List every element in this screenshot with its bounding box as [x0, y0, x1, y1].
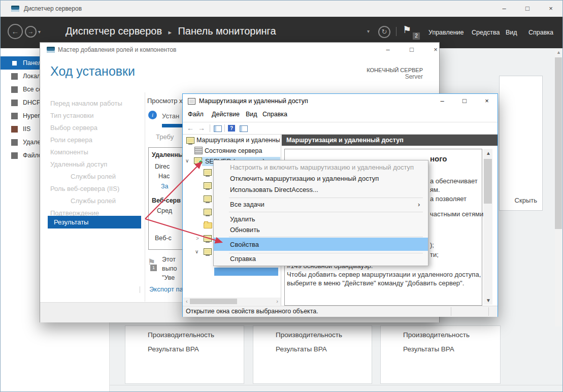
- results-text-fragment: а обеспечивает: [430, 177, 478, 185]
- window-title: Диспетчер серверов: [24, 5, 82, 12]
- scroll-up-icon[interactable]: ▲: [556, 50, 561, 55]
- toolbar-back-icon[interactable]: ←: [187, 124, 194, 132]
- footer-link-divider: [140, 286, 140, 293]
- scroll-up-icon[interactable]: ▲: [486, 150, 491, 156]
- rras-close-button[interactable]: ×: [476, 94, 498, 108]
- menu-view[interactable]: Вид: [506, 29, 517, 36]
- scroll-right-icon[interactable]: ›: [276, 298, 278, 304]
- menu-help[interactable]: Справка: [528, 29, 553, 36]
- header-divider: [396, 27, 396, 36]
- wizard-maximize-button[interactable]: □: [401, 43, 423, 57]
- wizard-nav-before[interactable]: Перед началом работы: [50, 100, 122, 107]
- tree-root[interactable]: Маршрутизация и удаленный: [196, 137, 280, 144]
- main-scrollbar-thumb[interactable]: [555, 57, 562, 229]
- menu-tools[interactable]: Средства: [472, 29, 500, 36]
- wizard-nav-features[interactable]: Компоненты: [50, 148, 88, 156]
- mmc-menu-action[interactable]: Действие: [212, 111, 240, 118]
- local-server-icon: [11, 73, 18, 80]
- results-scrollbar[interactable]: ▲ ▼: [483, 149, 492, 305]
- tile-link-bpa[interactable]: Результаты BPA: [403, 345, 454, 353]
- sidebar-item-label: Локал: [23, 73, 41, 80]
- chevron-expanded-icon[interactable]: ∨: [195, 249, 198, 254]
- mmc-menu-file[interactable]: Файл: [188, 111, 204, 118]
- results-scrollbar-thumb[interactable]: [484, 159, 492, 204]
- refresh-icon[interactable]: ↻: [378, 26, 390, 38]
- tile-link-performance[interactable]: Производительность: [403, 331, 470, 339]
- wizard-nav-install-type[interactable]: Тип установки: [50, 112, 93, 119]
- rras-maximize-button[interactable]: □: [453, 94, 476, 108]
- menu-item-delete[interactable]: Удалить: [230, 215, 255, 223]
- notifications-badge[interactable]: 2: [413, 32, 420, 40]
- tile-link-bpa[interactable]: Результаты BPA: [276, 345, 327, 353]
- tree-folder-icon[interactable]: [204, 222, 212, 228]
- menu-item-refresh[interactable]: Обновить: [230, 226, 260, 234]
- tree-hscrollbar-thumb[interactable]: [190, 299, 237, 304]
- dashboard-tile-roles-2: Производительность Результаты BPA: [253, 325, 372, 384]
- menu-item-configure-rras[interactable]: Настроить и включить маршрутизацию и уда…: [230, 164, 414, 171]
- rras-minimize-button[interactable]: –: [431, 94, 453, 108]
- tree-item-server-status[interactable]: Состояние сервера: [205, 147, 262, 154]
- wizard-nav-role-services-2[interactable]: Службы ролей: [71, 197, 116, 205]
- menu-item-directaccess[interactable]: Использовать DirectAccess...: [230, 186, 318, 193]
- scroll-left-icon[interactable]: ‹: [186, 298, 188, 304]
- breadcrumb-root[interactable]: Диспетчер серверов: [65, 25, 162, 37]
- chevron-collapsed-icon[interactable]: >: [196, 236, 199, 241]
- result-link[interactable]: За: [161, 183, 169, 190]
- tile-link-performance[interactable]: Производительность: [276, 331, 342, 339]
- scroll-down-icon[interactable]: ▼: [486, 298, 491, 303]
- tree-item-icon[interactable]: [204, 209, 212, 215]
- tree-item-icon[interactable]: [204, 169, 212, 176]
- wizard-heading: Ход установки: [50, 64, 135, 79]
- tree-hscrollbar[interactable]: ‹ ›: [183, 298, 281, 305]
- export-settings-link[interactable]: Экспорт пар: [149, 285, 187, 293]
- wizard-nav-server-selection[interactable]: Выбор сервера: [50, 124, 97, 132]
- tree-item-icon[interactable]: [204, 195, 212, 202]
- wizard-view-caption: Просмотр х: [147, 97, 182, 105]
- menu-separator: [229, 212, 423, 212]
- menu-item-properties[interactable]: Свойства: [230, 241, 259, 248]
- toolbar-show-tree-icon[interactable]: [214, 125, 222, 132]
- wizard-nav-role-services-1[interactable]: Службы ролей: [71, 173, 116, 180]
- menu-item-disable-rras[interactable]: Отключить маршрутизацию и удаленный дост…: [230, 175, 379, 182]
- toolbar-window-icon[interactable]: [240, 125, 248, 132]
- wizard-minimize-button[interactable]: –: [377, 43, 399, 57]
- header-dropdown-icon[interactable]: ▾: [367, 28, 370, 34]
- tile-link-performance[interactable]: Производительность: [148, 331, 214, 339]
- hide-button[interactable]: Скрыть: [515, 197, 537, 204]
- dashboard-tile-roles-3: Производительность Результаты BPA: [380, 325, 501, 384]
- notifications-flag-icon[interactable]: ⚑: [403, 24, 411, 36]
- server-manager-window: Диспетчер серверов – □ × ← → ▾ Диспетчер…: [0, 0, 563, 392]
- toolbar-forward-icon[interactable]: →: [198, 124, 205, 132]
- minimize-button[interactable]: –: [492, 1, 516, 17]
- close-button[interactable]: ×: [539, 1, 562, 17]
- breadcrumb: Диспетчер серверов ▸ Панель мониторинга: [65, 25, 276, 37]
- tree-item-icon[interactable]: [204, 182, 212, 189]
- mmc-menu-view[interactable]: Вид: [246, 111, 257, 118]
- main-scrollbar[interactable]: ▲: [555, 49, 562, 326]
- wizard-nav-results[interactable]: Результаты: [48, 216, 141, 228]
- results-pane-header: Маршрутизация и удаленный доступ: [282, 135, 498, 146]
- results-text-fragment: а позволяет: [430, 195, 467, 203]
- rras-window-title: Маршрутизация и удаленный доступ: [199, 97, 308, 105]
- wizard-nav-server-roles[interactable]: Роли сервера: [50, 136, 92, 144]
- sidebar-item-label: Hyper: [23, 112, 40, 119]
- toolbar-help-icon[interactable]: ?: [228, 125, 235, 132]
- wizard-nav-remote-access[interactable]: Удаленный доступ: [50, 160, 107, 168]
- wizard-progress-bar: [162, 124, 185, 127]
- wizard-close-button[interactable]: ×: [424, 43, 447, 57]
- forward-button[interactable]: →: [25, 26, 37, 38]
- menu-item-help[interactable]: Справка: [230, 255, 256, 263]
- tree-item-icon[interactable]: [204, 235, 212, 242]
- wizard-nav-web-server-role[interactable]: Роль веб-сервера (IIS): [50, 185, 119, 192]
- menu-manage[interactable]: Управление: [428, 29, 464, 36]
- results-text-fragment: );: [430, 241, 434, 249]
- results-text-fragment: ям.: [430, 186, 440, 193]
- tile-link-bpa[interactable]: Результаты BPA: [148, 345, 199, 353]
- back-button[interactable]: ←: [8, 24, 23, 39]
- menu-item-all-tasks[interactable]: Все задачи: [230, 201, 264, 208]
- mmc-menu-help[interactable]: Справка: [262, 111, 287, 118]
- tree-item-icon[interactable]: [204, 248, 212, 255]
- chevron-expanded-icon[interactable]: ∨: [185, 158, 189, 164]
- nav-dropdown-icon[interactable]: ▾: [38, 29, 41, 35]
- maximize-button[interactable]: □: [516, 1, 539, 17]
